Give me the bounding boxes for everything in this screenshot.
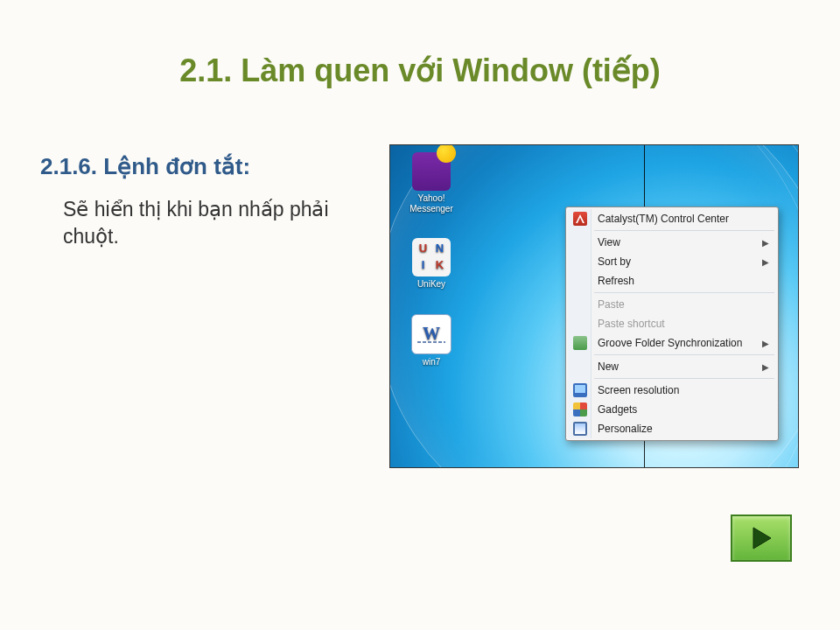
menu-item-screen-resolution[interactable]: Screen resolution <box>568 381 776 400</box>
menu-item-label: Paste shortcut <box>598 318 665 330</box>
menu-item-label: Catalyst(TM) Control Center <box>598 213 729 225</box>
context-menu: Catalyst(TM) Control Center View ▶ Sort … <box>565 206 779 441</box>
desktop-icon-label: UniKey <box>397 279 466 290</box>
menu-separator <box>594 378 774 379</box>
slide-body-text: Sẽ hiển thị khi bạn nhấp phải chuột. <box>63 196 352 250</box>
menu-item-sort-by[interactable]: Sort by ▶ <box>568 252 776 271</box>
menu-item-view[interactable]: View ▶ <box>568 233 776 252</box>
menu-item-label: View <box>598 236 620 248</box>
desktop-icon-label: win7 <box>397 357 466 368</box>
unikey-icon: UNIK <box>412 238 451 276</box>
menu-item-personalize[interactable]: Personalize <box>568 419 776 438</box>
menu-item-label: Sort by <box>598 256 631 268</box>
desktop-screenshot: Yahoo! Messenger UNIK UniKey win7 Cataly… <box>389 144 799 468</box>
menu-separator <box>594 354 774 355</box>
menu-item-refresh[interactable]: Refresh <box>568 271 776 290</box>
menu-item-label: Refresh <box>598 275 634 287</box>
submenu-arrow-icon: ▶ <box>762 238 769 248</box>
menu-separator <box>594 230 774 231</box>
groove-icon <box>573 336 587 350</box>
slide-title: 2.1. Làm quen với Window (tiếp) <box>0 52 840 89</box>
screen-resolution-icon <box>573 383 587 397</box>
desktop-icon-win7[interactable]: win7 <box>397 314 466 368</box>
submenu-arrow-icon: ▶ <box>762 339 769 348</box>
gadgets-icon <box>573 402 587 416</box>
menu-item-label: Personalize <box>598 423 653 435</box>
menu-item-groove-sync[interactable]: Groove Folder Synchronization ▶ <box>568 333 776 353</box>
submenu-arrow-icon: ▶ <box>762 257 769 267</box>
desktop-icon-yahoo[interactable]: Yahoo! Messenger <box>397 152 466 214</box>
play-icon <box>748 525 774 551</box>
menu-item-gadgets[interactable]: Gadgets <box>568 400 776 419</box>
submenu-arrow-icon: ▶ <box>762 362 769 372</box>
menu-item-label: New <box>598 360 619 373</box>
desktop-icon-label: Yahoo! Messenger <box>397 193 466 214</box>
next-button[interactable] <box>731 514 792 562</box>
menu-item-paste: Paste <box>568 295 776 314</box>
yahoo-messenger-icon <box>412 152 451 191</box>
menu-item-label: Gadgets <box>598 403 637 416</box>
slide: 2.1. Làm quen với Window (tiếp) 2.1.6. L… <box>0 0 840 630</box>
menu-item-label: Paste <box>598 298 625 311</box>
menu-item-label: Screen resolution <box>598 384 679 396</box>
word-doc-icon <box>411 314 452 354</box>
menu-item-catalyst[interactable]: Catalyst(TM) Control Center <box>568 209 776 228</box>
personalize-icon <box>573 422 587 436</box>
menu-item-paste-shortcut: Paste shortcut <box>568 314 776 333</box>
desktop-icons: Yahoo! Messenger UNIK UniKey win7 <box>397 152 466 391</box>
menu-separator <box>594 292 774 293</box>
desktop-icon-unikey[interactable]: UNIK UniKey <box>397 238 466 290</box>
menu-item-label: Groove Folder Synchronization <box>598 337 742 349</box>
svg-marker-0 <box>753 528 771 549</box>
slide-subtitle: 2.1.6. Lệnh đơn tắt: <box>40 153 250 180</box>
ati-icon <box>573 212 587 226</box>
menu-item-new[interactable]: New ▶ <box>568 357 776 376</box>
